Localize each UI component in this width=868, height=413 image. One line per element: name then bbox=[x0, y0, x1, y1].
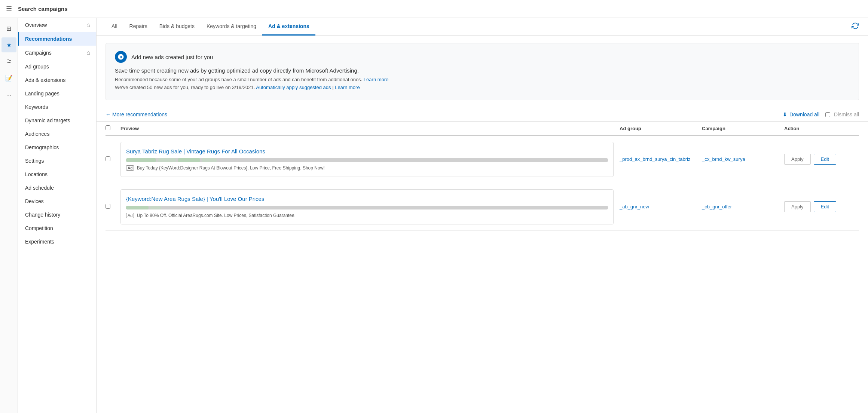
header-ad-group: Ad group bbox=[620, 126, 702, 131]
apply-button-2[interactable]: Apply bbox=[784, 201, 811, 212]
sidebar-item-settings[interactable]: Settings bbox=[18, 154, 96, 168]
back-link[interactable]: ← More recommendations bbox=[106, 111, 167, 117]
auto-apply-link[interactable]: Automatically apply suggested ads bbox=[256, 85, 331, 90]
actions-row: ← More recommendations ⬇ Download all Di… bbox=[97, 108, 868, 122]
campaign-link-1[interactable]: _cx_brnd_kw_surya bbox=[702, 156, 784, 162]
nav-icon-recommendations[interactable]: ★ bbox=[1, 37, 16, 52]
url-seg-6 bbox=[150, 206, 161, 209]
nav-icon-more[interactable]: ··· bbox=[1, 88, 16, 103]
table-header: Preview Ad group Campaign Action bbox=[106, 122, 859, 136]
tab-repairs[interactable]: Repairs bbox=[123, 18, 153, 36]
download-all-button[interactable]: ⬇ Download all bbox=[783, 111, 819, 117]
menu-icon[interactable]: ☰ bbox=[6, 5, 12, 13]
campaign-link-2[interactable]: _cb_gnr_offer bbox=[702, 204, 784, 209]
nav-icon-campaigns[interactable]: 🗂 bbox=[1, 54, 16, 69]
header-checkbox-col bbox=[106, 125, 120, 131]
refresh-icon[interactable] bbox=[852, 22, 859, 31]
ad-url-bar-2 bbox=[126, 206, 608, 209]
ad-title-2[interactable]: {Keyword:New Area Rugs Sale} | You'll Lo… bbox=[126, 195, 608, 203]
learn-more-link-1[interactable]: Learn more bbox=[364, 77, 388, 82]
home-icon-campaigns: ⌂ bbox=[86, 49, 90, 56]
sidebar-item-ads-extensions[interactable]: Ads & extensions bbox=[18, 73, 96, 87]
ad-group-link-1[interactable]: _prod_ax_brnd_surya_cln_tabriz bbox=[620, 156, 702, 162]
sidebar-item-ad-groups[interactable]: Ad groups bbox=[18, 60, 96, 73]
ad-url-bar-1 bbox=[126, 158, 608, 162]
sidebar-item-devices[interactable]: Devices bbox=[18, 195, 96, 208]
url-seg-4 bbox=[202, 158, 217, 162]
layout: ⊞ ★ 🗂 📝 ··· Overview ⌂ Recommendations C… bbox=[0, 0, 868, 413]
row2-checkbox bbox=[106, 204, 120, 210]
main-content: All Repairs Bids & budgets Keywords & ta… bbox=[97, 18, 868, 413]
ad-title-1[interactable]: Surya Tabriz Rug Sale | Vintage Rugs For… bbox=[126, 147, 608, 155]
icon-column: ⊞ ★ 🗂 📝 ··· bbox=[0, 18, 18, 413]
ad-label-badge-2: Ad bbox=[126, 213, 134, 218]
ad-group-link-2[interactable]: _ab_gnr_new bbox=[620, 204, 702, 209]
select-all-checkbox[interactable] bbox=[106, 125, 110, 130]
card-title: Add new ads created just for you bbox=[131, 54, 213, 60]
arrow-left-icon: ← bbox=[106, 111, 111, 117]
tab-bids-budgets[interactable]: Bids & budgets bbox=[153, 18, 201, 36]
sidebar-item-ad-schedule[interactable]: Ad schedule bbox=[18, 181, 96, 195]
url-seg-5 bbox=[126, 206, 149, 209]
table-row: Surya Tabriz Rug Sale | Vintage Rugs For… bbox=[106, 136, 859, 183]
url-seg-2 bbox=[158, 158, 176, 162]
url-seg-3 bbox=[178, 158, 200, 162]
apply-button-1[interactable]: Apply bbox=[784, 154, 811, 165]
sidebar-item-demographics[interactable]: Demographics bbox=[18, 141, 96, 154]
row1-checkbox bbox=[106, 156, 120, 162]
header-action: Action bbox=[784, 126, 859, 131]
sidebar-item-landing-pages[interactable]: Landing pages bbox=[18, 87, 96, 100]
header-preview: Preview bbox=[120, 126, 620, 131]
ad-text-2: Ad Up To 80% Off. Official AreaRugs.com … bbox=[126, 212, 608, 219]
sidebar-item-competition[interactable]: Competition bbox=[18, 221, 96, 235]
download-icon: ⬇ bbox=[783, 111, 787, 117]
page-title: Search campaigns bbox=[18, 6, 68, 12]
header-campaign: Campaign bbox=[702, 126, 784, 131]
card-sub-desc1: Recommended because some of your ad grou… bbox=[115, 77, 850, 82]
card-sub-desc2: We've created 50 new ads for you, ready … bbox=[115, 85, 850, 90]
table-row: {Keyword:New Area Rugs Sale} | You'll Lo… bbox=[106, 183, 859, 231]
card-header: Add new ads created just for you bbox=[115, 51, 850, 63]
top-bar: ☰ Search campaigns bbox=[0, 0, 868, 18]
sidebar-item-locations[interactable]: Locations bbox=[18, 168, 96, 181]
left-nav: Overview ⌂ Recommendations Campaigns ⌂ A… bbox=[18, 18, 97, 413]
ad-text-1: Ad Buy Today {KeyWord:Designer Rugs At B… bbox=[126, 165, 608, 171]
tab-all[interactable]: All bbox=[106, 18, 123, 36]
sidebar-item-change-history[interactable]: Change history bbox=[18, 208, 96, 221]
action-buttons-2: Apply Edit bbox=[784, 201, 859, 212]
sidebar-item-overview[interactable]: Overview ⌂ bbox=[18, 18, 96, 32]
tab-keywords-targeting[interactable]: Keywords & targeting bbox=[201, 18, 262, 36]
url-seg-1 bbox=[126, 158, 156, 162]
dismiss-all-checkbox[interactable] bbox=[825, 112, 830, 117]
sidebar-item-audiences[interactable]: Audiences bbox=[18, 127, 96, 141]
sidebar-item-dynamic-ad-targets[interactable]: Dynamic ad targets bbox=[18, 114, 96, 127]
learn-more-link-2[interactable]: Learn more bbox=[335, 85, 360, 90]
nav-icon-ads[interactable]: 📝 bbox=[1, 70, 16, 85]
edit-button-1[interactable]: Edit bbox=[814, 154, 836, 165]
tabs-bar: All Repairs Bids & budgets Keywords & ta… bbox=[97, 18, 868, 36]
row2-select-checkbox[interactable] bbox=[106, 204, 110, 209]
table-wrap: Preview Ad group Campaign Action Surya T… bbox=[97, 122, 868, 231]
card-icon bbox=[115, 51, 127, 63]
action-buttons-1: Apply Edit bbox=[784, 154, 859, 165]
home-icon: ⌂ bbox=[86, 22, 90, 28]
nav-icon-grid[interactable]: ⊞ bbox=[1, 21, 16, 36]
ad-preview-2: {Keyword:New Area Rugs Sale} | You'll Lo… bbox=[120, 189, 614, 224]
sidebar-item-campaigns[interactable]: Campaigns ⌂ bbox=[18, 46, 96, 60]
nav-section: ⊞ ★ 🗂 📝 ··· Overview ⌂ Recommendations C… bbox=[0, 18, 97, 413]
ad-label-badge-1: Ad bbox=[126, 165, 134, 171]
sidebar-item-keywords[interactable]: Keywords bbox=[18, 100, 96, 114]
sidebar-item-experiments[interactable]: Experiments bbox=[18, 235, 96, 248]
sidebar-item-recommendations[interactable]: Recommendations bbox=[18, 32, 96, 46]
tab-ad-extensions[interactable]: Ad & extensions bbox=[262, 18, 315, 36]
row1-select-checkbox[interactable] bbox=[106, 156, 110, 161]
recommendation-card: Add new ads created just for you Save ti… bbox=[106, 43, 859, 100]
edit-button-2[interactable]: Edit bbox=[814, 201, 836, 212]
card-main-desc: Save time spent creating new ads by gett… bbox=[115, 67, 850, 74]
ad-preview-1: Surya Tabriz Rug Sale | Vintage Rugs For… bbox=[120, 142, 614, 177]
dismiss-all: Dismiss all bbox=[825, 111, 859, 117]
